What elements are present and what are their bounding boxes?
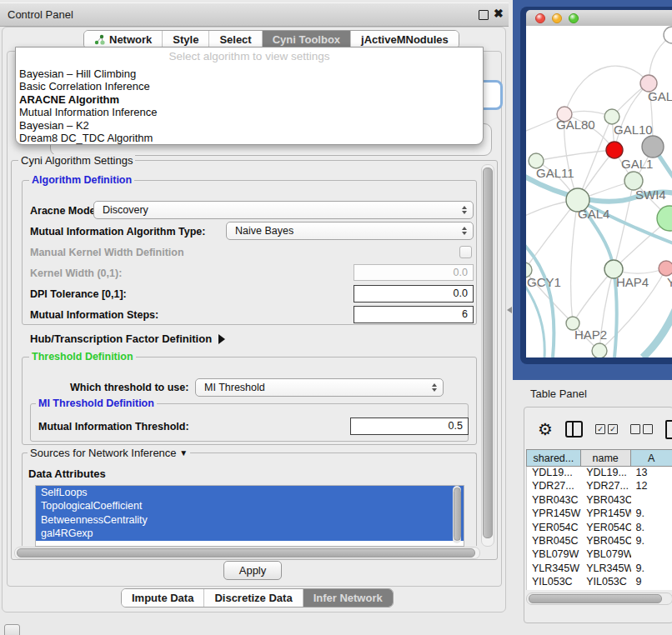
graph-node[interactable] [659, 261, 672, 276]
node-label: GCY1 [527, 275, 561, 289]
algorithm-option[interactable]: Dream8 DC_TDC Algorithm [16, 132, 483, 144]
manual-kernel-checkbox[interactable] [459, 246, 472, 258]
column-header-shared[interactable]: shared... [526, 449, 581, 467]
table-row[interactable]: YBL079WYBL079W [527, 548, 672, 562]
mi-steps-field[interactable]: 6 [354, 306, 474, 323]
network-graph: GALGAL80GAL10GAL1GAL11SWI4GAL4GCY1HAP4YH… [526, 26, 672, 358]
float-window-icon[interactable] [479, 10, 489, 20]
table-body: YDL19...YDL19...13YDR27...YDR27...12YBR0… [526, 467, 672, 590]
table-row[interactable]: YER054CYER054C8. [527, 522, 672, 535]
tab-impute-data[interactable]: Impute Data [122, 589, 204, 607]
table-cell: YBL079W [581, 548, 630, 562]
table-row[interactable]: YBR045CYBR045C9. [527, 535, 672, 548]
sources-title-text: Sources for Network Inference [30, 447, 177, 459]
table-panel: ⚙ ✓✓ shared...nameA YDL19...YDL19...13YD… [524, 407, 672, 623]
tab-select[interactable]: Select [209, 31, 262, 48]
mi-threshold-field[interactable]: 0.5 [350, 418, 469, 435]
graph-node[interactable] [592, 343, 607, 358]
apply-button[interactable]: Apply [223, 561, 282, 580]
algorithm-option[interactable]: Bayesian – Hill Climbing [16, 68, 483, 80]
table-row[interactable]: YPR145WYPR145W9. [527, 508, 672, 521]
tab-cyni-toolbox[interactable]: Cyni Toolbox [263, 31, 351, 48]
column-header-A[interactable]: A [631, 449, 672, 467]
tab-jactivemnodules[interactable]: jActiveMNodules [351, 31, 459, 48]
select-all-checked-icon[interactable]: ✓✓ [595, 424, 618, 434]
table-cell: 9 [631, 576, 672, 589]
app-root: Control Panel ✖ NetworkStyleSelectCyni T… [0, 0, 672, 635]
close-icon[interactable]: ✖ [494, 7, 504, 20]
which-threshold-label: Which threshold to use: [70, 382, 188, 393]
tab-label: Cyni Toolbox [273, 33, 340, 46]
graph-node[interactable] [606, 142, 623, 158]
kernel-width-label: Kernel Width (0,1): [30, 268, 122, 279]
network-edge[interactable] [564, 66, 649, 114]
manual-kernel-label: Manual Kernel Width Definition [30, 247, 184, 258]
control-panel-title: Control Panel [0, 8, 73, 21]
split-columns-icon[interactable] [565, 421, 583, 438]
network-edge[interactable] [536, 150, 614, 161]
network-icon [94, 34, 105, 45]
table-row[interactable]: YDL19...YDL19...13 [527, 467, 672, 480]
tab-label: jActiveMNodules [361, 33, 449, 46]
close-traffic-light[interactable] [535, 13, 545, 23]
tab-label: Infer Network [313, 592, 383, 604]
algorithm-option[interactable]: Basic Correlation Inference [16, 80, 483, 92]
table-cell: YLR345W [527, 562, 581, 576]
table-row[interactable]: YDR27...YDR27...12 [527, 480, 672, 493]
settings-horizontal-scrollbar[interactable] [14, 547, 480, 559]
which-threshold-combo[interactable]: MI Threshold [195, 378, 444, 397]
tab-network[interactable]: Network [84, 31, 163, 48]
attributes-scrollbar[interactable] [453, 486, 461, 543]
data-attribute-item[interactable]: TopologicalCoefficient [36, 499, 464, 512]
node-label: GAL11 [536, 166, 574, 180]
hub-section-toggle[interactable]: Hub/Transcription Factor Definition [30, 332, 225, 345]
table-cell: 13 [631, 467, 672, 480]
table-row[interactable]: YIL053CYIL053C9 [527, 576, 672, 589]
gear-icon[interactable]: ⚙ [538, 421, 553, 438]
table-row[interactable]: YLR345WYLR345W9. [527, 562, 672, 576]
zoom-traffic-light[interactable] [569, 13, 579, 23]
node-label: GAL10 [614, 122, 653, 137]
sources-group-title[interactable]: Sources for Network Inference ▼ [28, 447, 190, 459]
algorithm-option[interactable]: Mutual Information Inference [16, 106, 483, 118]
algorithm-option[interactable]: Bayesian – K2 [16, 119, 483, 132]
network-canvas[interactable]: GALGAL80GAL10GAL1GAL11SWI4GAL4GCY1HAP4YH… [526, 26, 672, 358]
network-edge[interactable] [571, 200, 578, 323]
tab-infer-network[interactable]: Infer Network [303, 589, 393, 607]
node-label: HAP4 [616, 275, 649, 289]
mi-threshold-group-title: MI Threshold Definition [36, 398, 157, 409]
network-window-titlebar[interactable] [526, 10, 672, 26]
aracne-mode-label: Aracne Mode: [30, 205, 99, 217]
algorithm-option[interactable]: ARACNE Algorithm [16, 93, 483, 106]
table-cell: YDR27... [581, 480, 630, 493]
dpi-tolerance-label: DPI Tolerance [0,1]: [30, 288, 127, 300]
document-icon[interactable] [665, 420, 672, 439]
table-cell: 9. [631, 508, 672, 521]
data-attribute-item[interactable]: BetweennessCentrality [36, 513, 464, 527]
table-row[interactable]: YBR043CYBR043C [527, 494, 672, 508]
data-attributes-list[interactable]: SelfLoopsTopologicalCoefficientBetweenne… [35, 485, 464, 547]
data-attribute-item[interactable]: SelfLoops [36, 486, 464, 499]
deselect-all-icon[interactable] [630, 424, 653, 434]
graph-node[interactable] [642, 136, 664, 158]
kernel-width-field[interactable]: 0.0 [354, 264, 474, 281]
mi-algorithm-type-combo[interactable]: Naive Bayes [226, 222, 474, 240]
minimize-traffic-light[interactable] [552, 13, 562, 23]
column-header-name[interactable]: name [581, 449, 631, 467]
node-label: GAL1 [621, 157, 653, 171]
network-edge-highlighted[interactable] [526, 238, 554, 358]
table-horizontal-scrollbar[interactable] [526, 592, 672, 605]
settings-vertical-scrollbar[interactable] [481, 164, 494, 547]
dpi-tolerance-field[interactable]: 0.0 [354, 285, 474, 302]
table-cell: YBR045C [527, 535, 581, 548]
mi-algorithm-type-label: Mutual Information Algorithm Type: [30, 226, 205, 238]
tab-style[interactable]: Style [163, 31, 209, 48]
data-attribute-item[interactable]: gal4RGexp [36, 527, 464, 540]
table-cell [631, 494, 672, 508]
table-cell: YIL053C [527, 576, 581, 589]
tab-discretize-data[interactable]: Discretize Data [204, 589, 303, 607]
splitter-collapse-arrow[interactable] [507, 307, 512, 313]
network-edge-highlighted[interactable] [643, 298, 672, 358]
aracne-mode-combo[interactable]: Discovery [93, 201, 474, 219]
minimized-panel-icon[interactable] [4, 624, 20, 635]
